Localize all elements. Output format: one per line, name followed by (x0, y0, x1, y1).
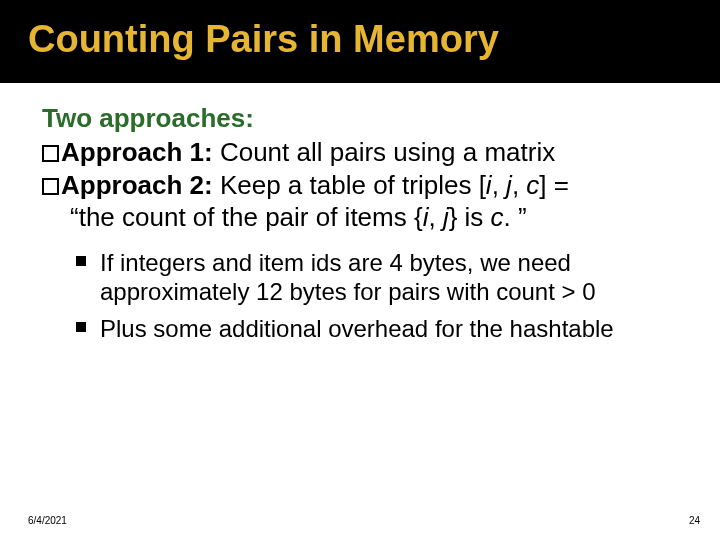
approach-2-text-pre: Keep a table of triples [ (213, 170, 486, 200)
comma: , (492, 170, 506, 200)
comma: , (428, 202, 442, 232)
sub-bullet-list: If integers and item ids are 4 bytes, we… (42, 248, 686, 344)
footer-page-number: 24 (689, 515, 700, 526)
line2-mid: } is (449, 202, 491, 232)
sub-bullet-item: Plus some additional overhead for the ha… (76, 314, 686, 343)
approach-1-line: Approach 1: Count all pairs using a matr… (42, 136, 686, 169)
approach-2-text-post: ] = (539, 170, 569, 200)
title-bar: Counting Pairs in Memory (0, 0, 720, 83)
approach-2-label: Approach 2: (61, 170, 213, 200)
approach-2-line: Approach 2: Keep a table of triples [i, … (42, 169, 686, 202)
var-c: c (491, 202, 504, 232)
slide-body: Two approaches: Approach 1: Count all pa… (0, 83, 720, 343)
line2-post: . ” (504, 202, 527, 232)
var-c: c (526, 170, 539, 200)
checkbox-icon (42, 178, 59, 195)
line2-pre: “the count of the pair of items { (70, 202, 423, 232)
comma: , (512, 170, 526, 200)
approach-1-text: Count all pairs using a matrix (213, 137, 555, 167)
approaches-heading: Two approaches: (42, 103, 686, 134)
sub-bullet-item: If integers and item ids are 4 bytes, we… (76, 248, 686, 307)
footer-date: 6/4/2021 (28, 515, 67, 526)
approach-1-label: Approach 1: (61, 137, 213, 167)
slide-title: Counting Pairs in Memory (28, 18, 720, 61)
checkbox-icon (42, 145, 59, 162)
approach-2-line2: “the count of the pair of items {i, j} i… (42, 201, 686, 234)
